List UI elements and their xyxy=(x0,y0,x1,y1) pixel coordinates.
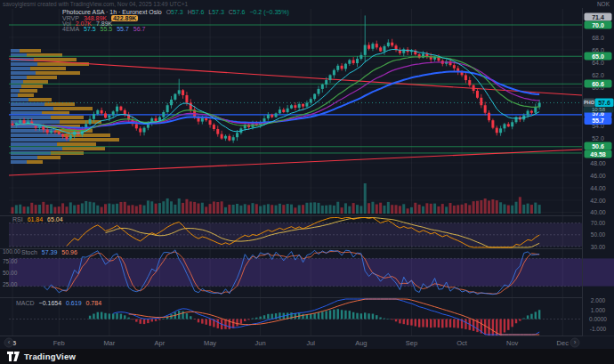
svg-text:Aug: Aug xyxy=(355,339,367,347)
svg-text:Jun: Jun xyxy=(255,339,266,347)
svg-text:42.00: 42.00 xyxy=(590,198,606,204)
svg-text:50.00: 50.00 xyxy=(3,270,18,276)
svg-text:64.0: 64.0 xyxy=(592,60,604,66)
price-badge-55.7: 55.7 xyxy=(585,117,612,125)
svg-text:Jul: Jul xyxy=(306,339,315,347)
axis-scroll-right-button[interactable]: › xyxy=(570,338,579,347)
rsi-legend-row[interactable]: RSI 61.84 65.04 xyxy=(12,216,66,222)
svg-text:10:58: 10:58 xyxy=(592,107,606,112)
stoch-label: Stoch xyxy=(21,249,37,255)
svg-text:65.0: 65.0 xyxy=(592,53,604,60)
svg-text:57.6: 57.6 xyxy=(598,100,610,106)
ema-legend-row[interactable]: 4EMA 57.5 55.5 55.7 56.7 xyxy=(62,26,148,32)
svg-text:70.00: 70.00 xyxy=(591,220,606,226)
svg-text:Nov: Nov xyxy=(506,339,519,347)
svg-text:70.0: 70.0 xyxy=(592,22,604,28)
ema-label: 4EMA xyxy=(62,26,79,32)
footer-bar: TradingView xyxy=(0,349,614,364)
tradingview-wordmark[interactable]: TradingView xyxy=(24,352,76,361)
svg-text:‹: ‹ xyxy=(8,338,11,346)
svg-text:40.00: 40.00 xyxy=(590,209,606,215)
top-status-bar: savoyiglesmi created with TradingView.co… xyxy=(0,0,614,8)
svg-text:75.00: 75.00 xyxy=(3,258,18,264)
tradingview-chart-window: 68.066.064.062.060.054.052.048.0046.0044… xyxy=(0,0,614,364)
svg-text:60.6: 60.6 xyxy=(592,81,604,87)
svg-text:50.00: 50.00 xyxy=(591,231,606,238)
currency-label[interactable]: NOK xyxy=(597,1,610,7)
macd-hist-value: −0.1654 xyxy=(39,300,62,306)
svg-text:0.0000: 0.0000 xyxy=(589,316,607,322)
svg-text:100.00: 100.00 xyxy=(3,248,20,255)
svg-text:71.4: 71.4 xyxy=(592,14,604,20)
svg-text:50.6: 50.6 xyxy=(592,143,604,150)
time-axis[interactable]: 25FebMarAprMayJunJulAugSepOctNovDec‹› xyxy=(0,336,614,349)
svg-text:-1.000: -1.000 xyxy=(590,326,607,332)
svg-text:52.0: 52.0 xyxy=(592,135,604,142)
chart-canvas[interactable]: 68.066.064.062.060.054.052.048.0046.0044… xyxy=(0,0,614,349)
change-value: −0.2 (−0.35%) xyxy=(249,9,288,15)
svg-text:30.00: 30.00 xyxy=(591,244,606,250)
svg-text:PHO: PHO xyxy=(584,100,595,105)
macd-signal-value: 0.784 xyxy=(86,300,102,306)
rsi-value: 61.84 xyxy=(28,216,44,222)
low-value: 57.3 xyxy=(212,9,224,15)
ema-value-4: 56.7 xyxy=(133,26,146,32)
high-value: 57.6 xyxy=(192,9,205,15)
svg-text:Oct: Oct xyxy=(456,339,468,347)
svg-text:55.7: 55.7 xyxy=(592,117,604,124)
last-price-badge: PHO57.610:58 xyxy=(584,99,614,113)
svg-text:25.00: 25.00 xyxy=(3,281,18,287)
svg-text:1.000: 1.000 xyxy=(591,307,606,313)
svg-text:›: › xyxy=(574,338,577,346)
svg-text:Apr: Apr xyxy=(155,339,166,347)
ema-value-2: 55.5 xyxy=(101,26,113,32)
svg-text:49.58: 49.58 xyxy=(590,151,606,158)
rsi-ma-value: 65.04 xyxy=(47,216,63,222)
close-value: 57.6 xyxy=(233,9,246,15)
open-value: 57.3 xyxy=(171,9,183,15)
watermark-text: savoyiglesmi created with TradingView.co… xyxy=(3,1,188,7)
macd-legend-row[interactable]: MACD −0.1654 0.619 0.784 xyxy=(16,300,104,306)
stoch-k-value: 57.39 xyxy=(42,249,58,255)
svg-text:2.000: 2.000 xyxy=(591,297,606,303)
chart-background xyxy=(0,0,614,349)
price-badge-71.4: 71.4 xyxy=(585,13,612,21)
price-badge-60.6: 60.6 xyxy=(585,80,612,88)
svg-text:Dec: Dec xyxy=(557,339,570,347)
macd-label: MACD xyxy=(16,300,35,306)
price-badge-50.6: 50.6 xyxy=(585,142,612,150)
macd-line-value: 0.619 xyxy=(66,300,82,306)
svg-text:May: May xyxy=(204,339,216,347)
vrvp-value-2: 422.89K xyxy=(111,15,138,21)
svg-text:44.00: 44.00 xyxy=(590,185,606,191)
svg-text:62.0: 62.0 xyxy=(592,72,604,78)
svg-text:Mar: Mar xyxy=(103,339,115,347)
svg-text:Sep: Sep xyxy=(406,339,417,347)
ema-value-3: 55.7 xyxy=(117,26,129,32)
stoch-legend-row[interactable]: Stoch 57.39 50.96 xyxy=(21,249,80,255)
svg-text:66.0: 66.0 xyxy=(592,47,604,53)
price-badge-65.0: 65.0 xyxy=(585,53,612,61)
svg-text:46.00: 46.00 xyxy=(590,173,606,179)
high-label: H xyxy=(188,9,192,15)
svg-text:Feb: Feb xyxy=(53,339,65,347)
svg-text:48.00: 48.00 xyxy=(590,160,606,166)
svg-text:68.0: 68.0 xyxy=(592,35,604,41)
tradingview-logo-icon[interactable] xyxy=(7,352,20,361)
rsi-label: RSI xyxy=(12,216,23,222)
axis-scroll-left-button[interactable]: ‹ xyxy=(4,338,13,347)
ema-value-1: 57.5 xyxy=(84,26,96,32)
stoch-d-value: 50.96 xyxy=(61,249,77,255)
price-badge-70.0: 70.0 xyxy=(585,21,612,29)
price-scale[interactable]: 68.066.064.062.060.054.052.048.0046.0044… xyxy=(583,8,614,349)
price-badge-49.58: 49.58 xyxy=(585,150,612,158)
